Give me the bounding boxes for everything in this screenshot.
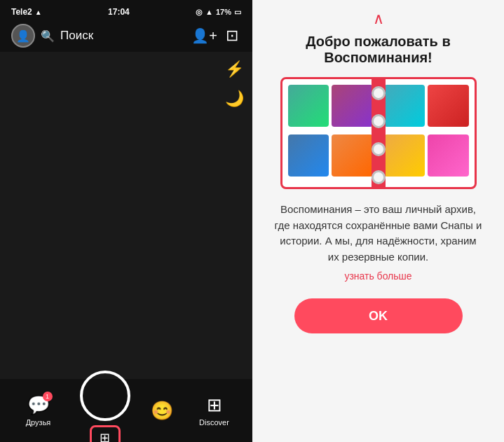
friends-icon-wrap: 💬 1 bbox=[27, 394, 50, 416]
snapcode-icon[interactable]: ⊡ bbox=[226, 27, 238, 45]
album-illustration bbox=[280, 77, 477, 189]
album-book bbox=[280, 77, 477, 189]
learn-more-link[interactable]: узнать больше bbox=[344, 270, 411, 282]
modal-description: Воспоминания – это ваш личный архив, где… bbox=[252, 202, 504, 265]
signal-icon: ▲ bbox=[205, 8, 213, 16]
modal-title: Добро пожаловать в Воспоминания! bbox=[252, 34, 504, 66]
shutter-area: ⊞ bbox=[80, 371, 130, 442]
memories-icon: ⊞ bbox=[100, 430, 110, 442]
status-bar: Tele2 ▲ 17:04 ◎ ▲ 17% ▭ bbox=[0, 0, 252, 20]
nav-item-friends[interactable]: 💬 1 Друзья bbox=[18, 394, 60, 427]
album-left bbox=[282, 79, 379, 187]
ok-button[interactable]: OK bbox=[294, 298, 463, 333]
ring-circle bbox=[372, 86, 386, 100]
avatar[interactable]: 👤 bbox=[11, 24, 35, 48]
carrier-text: Tele2 bbox=[11, 7, 32, 17]
discover-icon: ⊞ bbox=[207, 394, 222, 416]
photo-thumb bbox=[332, 134, 373, 177]
photo-thumb bbox=[288, 85, 329, 127]
emoji-button[interactable]: 😊 bbox=[151, 400, 173, 422]
search-text[interactable]: Поиск bbox=[60, 29, 186, 43]
wifi-icon: ▲ bbox=[35, 8, 42, 16]
right-panel: ∧ Добро пожаловать в Воспоминания! bbox=[252, 0, 504, 442]
discover-label: Discover bbox=[199, 418, 229, 427]
friends-badge: 1 bbox=[43, 392, 53, 401]
status-left: Tele2 ▲ bbox=[11, 7, 42, 17]
search-icon: 🔍 bbox=[41, 29, 55, 43]
photo-thumb bbox=[288, 134, 329, 177]
photo-thumb bbox=[384, 85, 425, 127]
time-display: 17:04 bbox=[108, 7, 130, 17]
bottom-nav-left: 💬 1 Друзья ⊞ 😊 ⊞ Discover bbox=[0, 379, 252, 442]
friends-label: Друзья bbox=[26, 418, 51, 427]
nav-item-discover[interactable]: ⊞ Discover bbox=[193, 394, 236, 427]
avatar-icon: 👤 bbox=[16, 29, 30, 43]
photo-thumb bbox=[332, 85, 373, 127]
camera-area: ⚡ 🌙 bbox=[0, 52, 252, 379]
status-right: ◎ ▲ 17% ▭ bbox=[196, 8, 241, 17]
ring-circle bbox=[372, 170, 386, 184]
ring-circle bbox=[372, 142, 386, 156]
shutter-button[interactable] bbox=[80, 371, 130, 421]
search-bar: 👤 🔍 Поиск 👤+ ⊡ bbox=[0, 20, 252, 52]
battery-icon: ▭ bbox=[234, 8, 241, 17]
photo-thumb bbox=[384, 134, 425, 177]
chevron-up-icon[interactable]: ∧ bbox=[373, 10, 384, 28]
location-icon: ◎ bbox=[196, 8, 203, 17]
photo-thumb bbox=[428, 85, 469, 127]
memories-button[interactable]: ⊞ bbox=[90, 425, 121, 442]
ring-circle bbox=[372, 114, 386, 128]
album-rings bbox=[372, 79, 386, 184]
add-friend-icon[interactable]: 👤+ bbox=[191, 27, 217, 44]
photo-thumb bbox=[428, 134, 469, 177]
flash-icon[interactable]: ⚡ bbox=[225, 60, 244, 78]
album-right bbox=[379, 79, 475, 187]
night-mode-icon[interactable]: 🌙 bbox=[225, 90, 244, 108]
left-panel: Tele2 ▲ 17:04 ◎ ▲ 17% ▭ 👤 🔍 Поиск 👤+ ⊡ ⚡… bbox=[0, 0, 252, 442]
top-right-icons: 👤+ ⊡ bbox=[191, 27, 238, 45]
battery-text: 17% bbox=[216, 8, 231, 16]
